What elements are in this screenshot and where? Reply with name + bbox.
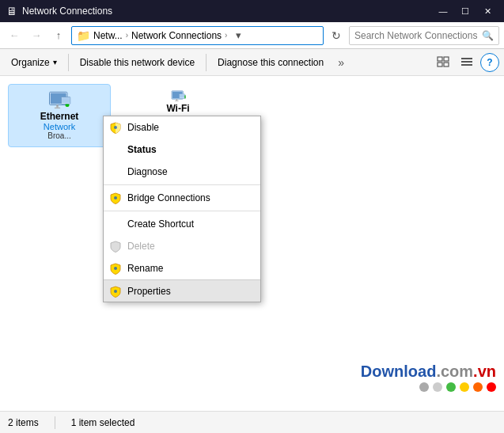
menu-separator-1 (104, 184, 260, 185)
menu-item-diagnose[interactable]: Diagnose (104, 161, 260, 183)
dot-6 (487, 382, 496, 392)
diagnose-label: Diagnose this connection (218, 57, 324, 68)
menu-item-rename[interactable]: Rename (104, 257, 260, 279)
disable-label: Disable this network device (80, 57, 195, 68)
close-button[interactable]: ✕ (477, 3, 498, 19)
shield-icon-properties (108, 284, 123, 298)
path-chevron-1: › (126, 31, 128, 40)
change-view-button[interactable] (433, 52, 453, 73)
dot-2 (433, 382, 442, 392)
diagnose-menu-label: Diagnose (127, 166, 168, 177)
up-button[interactable]: ↑ (49, 26, 68, 45)
selected-count: 1 item selected (71, 417, 135, 428)
title-bar: 🖥 Network Connections — ☐ ✕ (0, 0, 504, 22)
disable-menu-label: Disable (127, 122, 159, 133)
svg-rect-3 (444, 63, 449, 66)
menu-separator-2 (104, 211, 260, 211)
ethernet-adapter: Broa... (47, 131, 70, 140)
svg-point-22 (114, 196, 117, 199)
menu-item-status[interactable]: Status (104, 139, 260, 161)
search-input[interactable] (354, 30, 479, 41)
path-segment-1: Netw... (93, 30, 123, 41)
forward-button[interactable]: → (27, 26, 46, 45)
svg-rect-0 (438, 57, 442, 61)
status-menu-label: Status (127, 144, 157, 155)
folder-icon: 📁 (77, 29, 90, 42)
watermark-dotcom: .com (436, 363, 473, 381)
path-part-2: Network Connections (131, 30, 222, 41)
address-path: 📁 Netw... › Network Connections › ▾ (71, 26, 324, 45)
ethernet-name: Ethernet (40, 111, 79, 122)
svg-point-23 (114, 267, 117, 270)
main-content: Ethernet Network Broa... Wi-Fi Not conne… (0, 76, 504, 411)
toolbar-separator-1 (68, 54, 69, 71)
svg-rect-9 (56, 105, 59, 108)
ethernet-item[interactable]: Ethernet Network Broa... (8, 84, 111, 147)
path-segment-2: Network Connections (131, 30, 222, 41)
dot-4 (460, 382, 469, 392)
path-part-1: Netw... (93, 30, 123, 41)
dot-1 (419, 382, 429, 392)
watermark-dots (419, 382, 496, 392)
watermark-vn: .vn (473, 363, 496, 381)
svg-rect-16 (176, 99, 178, 101)
shield-icon-delete (108, 239, 123, 253)
dot-3 (446, 382, 456, 392)
window-icon: 🖥 (6, 5, 17, 17)
path-chevron-2: › (225, 31, 227, 40)
toolbar-separator-2 (206, 54, 207, 71)
menu-item-shortcut[interactable]: Create Shortcut (104, 213, 260, 235)
svg-rect-2 (438, 63, 442, 66)
svg-rect-13 (62, 97, 70, 103)
menu-item-disable[interactable]: Disable (104, 116, 260, 139)
svg-point-24 (114, 290, 117, 293)
window-title: Network Connections (22, 6, 428, 17)
refresh-button[interactable]: ↻ (327, 26, 346, 45)
toolbar-right: ? (433, 52, 499, 73)
details-view-icon (460, 56, 473, 69)
item-count: 2 items (8, 417, 39, 428)
search-icon: 🔍 (482, 30, 494, 41)
shield-icon-disable (108, 120, 123, 135)
maximize-button[interactable]: ☐ (455, 3, 476, 19)
ethernet-icon (40, 91, 78, 111)
context-menu: Disable Status Diagnose Bridge Connectio… (103, 116, 261, 302)
path-dropdown-button[interactable]: ▾ (230, 27, 246, 44)
watermark: Download .com .vn (361, 363, 496, 381)
disable-button[interactable]: Disable this network device (74, 52, 201, 73)
shield-icon-rename (108, 261, 123, 275)
svg-rect-5 (461, 61, 472, 63)
menu-item-bridge[interactable]: Bridge Connections (104, 187, 260, 209)
status-separator (55, 416, 55, 429)
view-icon (437, 56, 449, 69)
svg-point-21 (114, 126, 117, 129)
window-controls: — ☐ ✕ (433, 3, 498, 19)
properties-menu-label: Properties (127, 286, 171, 297)
toolbar: Organize ▾ Disable this network device D… (0, 49, 504, 76)
back-button[interactable]: ← (5, 26, 24, 45)
svg-rect-19 (180, 94, 184, 97)
more-options-button[interactable]: » (332, 52, 351, 73)
organize-button[interactable]: Organize ▾ (5, 52, 63, 73)
shortcut-menu-label: Create Shortcut (127, 218, 194, 230)
help-button[interactable]: ? (480, 53, 499, 72)
dot-5 (473, 382, 483, 392)
svg-rect-4 (461, 58, 472, 59)
details-view-button[interactable] (457, 52, 477, 73)
organize-dropdown-icon: ▾ (53, 58, 57, 66)
svg-rect-6 (461, 64, 472, 66)
minimize-button[interactable]: — (433, 3, 453, 19)
address-bar: ← → ↑ 📁 Netw... › Network Connections › … (0, 22, 504, 49)
organize-label: Organize (11, 57, 50, 68)
svg-rect-10 (55, 108, 61, 108)
svg-rect-1 (444, 57, 449, 61)
wifi-name: Wi-Fi (166, 103, 189, 114)
shield-icon-bridge (108, 191, 123, 205)
rename-menu-label: Rename (127, 263, 163, 274)
diagnose-button[interactable]: Diagnose this connection (211, 52, 330, 73)
bridge-menu-label: Bridge Connections (127, 192, 210, 203)
menu-item-delete[interactable]: Delete (104, 235, 260, 257)
menu-item-properties[interactable]: Properties (104, 279, 260, 302)
status-bar: 2 items 1 item selected (0, 411, 504, 433)
wifi-icon (159, 90, 197, 103)
